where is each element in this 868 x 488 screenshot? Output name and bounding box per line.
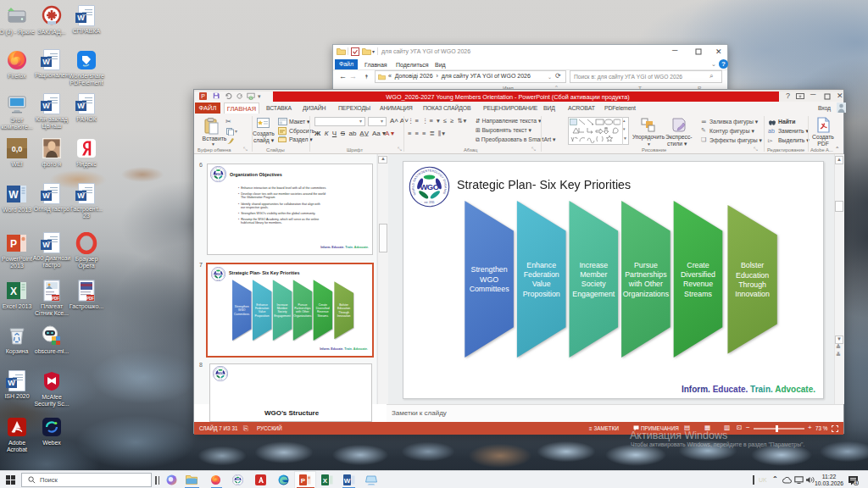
svg-text:0,0: 0,0: [12, 145, 23, 153]
svg-text:W: W: [8, 189, 19, 201]
svg-text:PDF: PDF: [86, 297, 94, 301]
svg-text:4: 4: [855, 480, 858, 485]
svg-text:PDF: PDF: [52, 297, 59, 301]
svg-text:X: X: [10, 286, 17, 297]
svg-text:X: X: [323, 477, 328, 485]
svg-text:P: P: [10, 238, 17, 250]
svg-text:W: W: [344, 477, 351, 485]
svg-text:P: P: [301, 477, 306, 485]
svg-text:P: P: [201, 93, 205, 99]
